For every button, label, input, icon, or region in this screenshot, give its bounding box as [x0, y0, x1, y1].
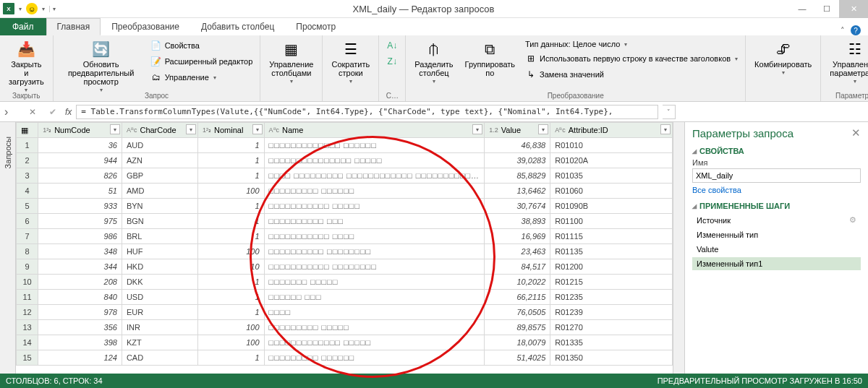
- filter-icon[interactable]: ▾: [538, 124, 548, 134]
- close-load-button[interactable]: 📥 Закрыть и загрузить ▾: [4, 38, 48, 95]
- vertical-scrollbar[interactable]: [673, 122, 684, 375]
- filter-icon[interactable]: ▾: [186, 124, 196, 134]
- close-button[interactable]: ✕: [839, 0, 868, 18]
- col-nominal[interactable]: 1²₃Nominal▾: [198, 123, 265, 138]
- group-transform-label: Преобразование: [406, 92, 745, 100]
- tab-home[interactable]: Главная: [46, 18, 101, 35]
- collapse-ribbon-icon[interactable]: ˄: [841, 26, 845, 35]
- table-row[interactable]: 12978EUR1□□□□76,0505R01239: [17, 305, 673, 320]
- col-numcode[interactable]: 1²₃NumCode▾: [38, 123, 122, 138]
- table-row[interactable]: 6975BGN1□□□□□□□□□□ □□□38,893R01100: [17, 214, 673, 229]
- name-label: Имя: [692, 157, 861, 168]
- excel-icon: X: [3, 3, 14, 14]
- properties-icon: 📄: [150, 40, 162, 51]
- columns-icon: ▦: [282, 40, 301, 59]
- tab-view[interactable]: Просмотр: [285, 18, 346, 35]
- manage-icon: 🗂: [150, 72, 162, 83]
- groupby-icon: ⧉: [480, 40, 499, 59]
- int-type-icon: 1²₃: [43, 126, 51, 134]
- formula-expand-icon[interactable]: ˅: [663, 105, 676, 119]
- col-attribute-id[interactable]: AᴮcAttribute:ID▾: [550, 123, 673, 138]
- minimize-button[interactable]: —: [790, 0, 814, 18]
- formula-bar: › ✕ ✔ fx ˅: [0, 102, 868, 122]
- datatype-button[interactable]: Тип данных: Целое число▾: [522, 38, 741, 50]
- table-row[interactable]: 5933BYN1□□□□□□□□□□□ □□□□□30,7674R01090B: [17, 199, 673, 214]
- properties-button[interactable]: 📄Свойства: [148, 38, 256, 53]
- table-row[interactable]: 15124CAD1□□□□□□□□□ □□□□□□51,4025R01350: [17, 350, 673, 366]
- tab-transform[interactable]: Преобразование: [101, 18, 190, 35]
- first-row-headers-button[interactable]: ⊞Использовать первую строку в качестве з…: [522, 51, 741, 66]
- col-name[interactable]: AᴮcName▾: [264, 123, 485, 138]
- applied-step[interactable]: Измененный тип: [692, 228, 861, 241]
- sort-asc-button[interactable]: A↓: [383, 38, 401, 53]
- filter-icon[interactable]: ▾: [660, 124, 671, 134]
- queries-expand-icon[interactable]: ›: [4, 105, 8, 118]
- int-type-icon: 1²₃: [203, 126, 211, 134]
- text-type-icon: Aᴮc: [555, 126, 566, 134]
- split-column-button[interactable]: ⫛ Разделить столбец ▾: [410, 38, 457, 87]
- rows-icon: ☰: [341, 40, 360, 59]
- accept-formula-icon[interactable]: ✔: [45, 107, 61, 117]
- ribbon: 📥 Закрыть и загрузить ▾ Закрыть 🔄 Обнови…: [0, 35, 868, 102]
- applied-step[interactable]: Измененный тип1: [692, 257, 861, 270]
- help-icon[interactable]: ?: [851, 25, 861, 35]
- col-value[interactable]: 1.2Value▾: [485, 123, 550, 138]
- reduce-rows-button[interactable]: ☰ Сократить строки ▾: [327, 38, 374, 87]
- select-all-cell[interactable]: ▦: [17, 123, 38, 138]
- group-sort-label: С…: [379, 92, 405, 100]
- all-properties-link[interactable]: Все свойства: [692, 183, 861, 197]
- formula-input[interactable]: [76, 105, 658, 119]
- filter-icon[interactable]: ▾: [472, 124, 482, 134]
- tab-addcolumn[interactable]: Добавить столбец: [190, 18, 285, 35]
- filter-icon[interactable]: ▾: [110, 124, 120, 134]
- query-name-input[interactable]: [692, 168, 861, 183]
- split-icon: ⫛: [425, 40, 443, 59]
- group-close-label: Закрыть: [0, 92, 53, 100]
- combine-button[interactable]: 🖇 Комбинировать ▾: [750, 38, 816, 78]
- applied-step[interactable]: Источник⚙: [692, 213, 861, 227]
- cancel-formula-icon[interactable]: ✕: [25, 107, 41, 117]
- table-row[interactable]: 3826GBP1□□□□ □□□□□□□□□ □□□□□□□□□□□□ □□□□…: [17, 168, 673, 184]
- manage-parameters-button[interactable]: ☷ Управление параметрами ▾: [825, 38, 868, 87]
- gear-icon[interactable]: ⚙: [849, 215, 856, 225]
- panel-close-icon[interactable]: ✕: [851, 126, 861, 139]
- advanced-editor-button[interactable]: 📝Расширенный редактор: [148, 54, 256, 69]
- status-bar: СТОЛБЦОВ: 6, СТРОК: 34 ПРЕДВАРИТЕЛЬНЫЙ П…: [0, 374, 868, 388]
- manage-button[interactable]: 🗂Управление▾: [148, 70, 256, 85]
- table-row[interactable]: 9344HKD10□□□□□□□□□□□ □□□□□□□□84,517R0120…: [17, 259, 673, 275]
- col-charcode[interactable]: AᴮcCharCode▾: [122, 123, 197, 138]
- properties-section-header[interactable]: СВОЙСТВА: [692, 142, 861, 157]
- tab-file[interactable]: Файл: [0, 18, 46, 35]
- data-grid[interactable]: ▦ 1²₃NumCode▾ AᴮcCharCode▾ 1²₃Nominal▾ A…: [16, 122, 673, 366]
- qat-customize[interactable]: ▾: [49, 6, 57, 12]
- fx-label: fx: [65, 107, 72, 117]
- table-row[interactable]: 13356INR100□□□□□□□□□ □□□□□89,8575R01270: [17, 320, 673, 335]
- applied-steps-header[interactable]: ПРИМЕНЕННЫЕ ШАГИ: [692, 197, 861, 212]
- close-load-icon: 📥: [17, 40, 35, 59]
- table-row[interactable]: 11840USD1□□□□□□ □□□66,2115R01235: [17, 290, 673, 305]
- table-row[interactable]: 2944AZN1□□□□□□□□□□□□□□□ □□□□□39,0283R010…: [17, 153, 673, 168]
- queries-pane-tab[interactable]: Запросы: [0, 122, 16, 375]
- group-by-button[interactable]: ⧉ Группировать по: [461, 38, 520, 79]
- title-bar: X ▾ ☺ ▾ ▾ XML_daily — Редактор запросов …: [0, 0, 868, 18]
- replace-values-button[interactable]: ↳Замена значений: [522, 67, 741, 82]
- filter-icon[interactable]: ▾: [252, 124, 263, 134]
- table-row[interactable]: 7986BRL1□□□□□□□□□□□ □□□□16,969R01115: [17, 229, 673, 244]
- maximize-button[interactable]: ☐: [814, 0, 839, 18]
- table-row[interactable]: 14398KZT100□□□□□□□□□□□□□ □□□□□18,0079R01…: [17, 335, 673, 350]
- qat-dropdown-1[interactable]: ▾: [17, 6, 23, 12]
- applied-step[interactable]: Valute: [692, 243, 861, 256]
- table-row[interactable]: 8348HUF100□□□□□□□□□□ □□□□□□□□23,463R0113…: [17, 244, 673, 259]
- manage-columns-button[interactable]: ▦ Управление столбцами ▾: [265, 38, 318, 87]
- panel-title: Параметры запроса: [692, 127, 793, 139]
- table-row[interactable]: 451AMD100□□□□□□□□□ □□□□□□13,6462R01060: [17, 184, 673, 199]
- smiley-icon[interactable]: ☺: [26, 3, 38, 14]
- table-row[interactable]: 136AUD1□□□□□□□□□□□□□ □□□□□□46,838R01010: [17, 138, 673, 153]
- table-row[interactable]: 10208DKK1□□□□□□□ □□□□□10,2022R01215: [17, 275, 673, 290]
- sort-desc-button[interactable]: Z↓: [383, 54, 401, 69]
- group-query-label: Запрос: [54, 92, 260, 100]
- sort-desc-icon: Z↓: [386, 56, 398, 67]
- combine-icon: 🖇: [774, 40, 793, 59]
- qat-dropdown-2[interactable]: ▾: [41, 6, 46, 12]
- refresh-preview-button[interactable]: 🔄 Обновить предварительный просмотр ▾: [58, 38, 145, 95]
